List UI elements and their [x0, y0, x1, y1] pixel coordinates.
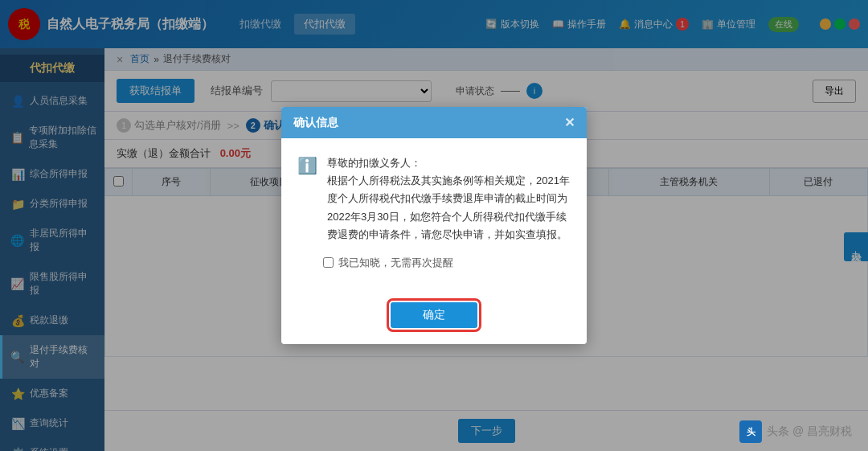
no-remind-label: 我已知晓，无需再次提醒: [338, 256, 453, 270]
modal-confirm-btn[interactable]: 确定: [391, 302, 477, 328]
modal-header: 确认信息 ✕: [281, 107, 587, 138]
modal-footer: 确定: [281, 294, 587, 344]
no-remind-checkbox[interactable]: [323, 257, 334, 268]
modal-close-btn[interactable]: ✕: [564, 115, 575, 130]
info-icon: ℹ️: [297, 156, 317, 175]
modal-title: 确认信息: [293, 116, 338, 130]
confirm-dialog: 确认信息 ✕ ℹ️ 尊敬的扣缴义务人： 根据个人所得税法及其实施条例等相关规定，…: [281, 107, 587, 343]
modal-body: ℹ️ 尊敬的扣缴义务人： 根据个人所得税法及其实施条例等相关规定，2021年度个…: [281, 138, 587, 293]
modal-overlay: 确认信息 ✕ ℹ️ 尊敬的扣缴义务人： 根据个人所得税法及其实施条例等相关规定，…: [0, 0, 868, 451]
modal-checkbox-row: 我已知晓，无需再次提醒: [297, 256, 571, 270]
modal-content-text: 尊敬的扣缴义务人： 根据个人所得税法及其实施条例等相关规定，2021年度个人所得…: [327, 154, 571, 243]
modal-info-row: ℹ️ 尊敬的扣缴义务人： 根据个人所得税法及其实施条例等相关规定，2021年度个…: [297, 154, 571, 243]
